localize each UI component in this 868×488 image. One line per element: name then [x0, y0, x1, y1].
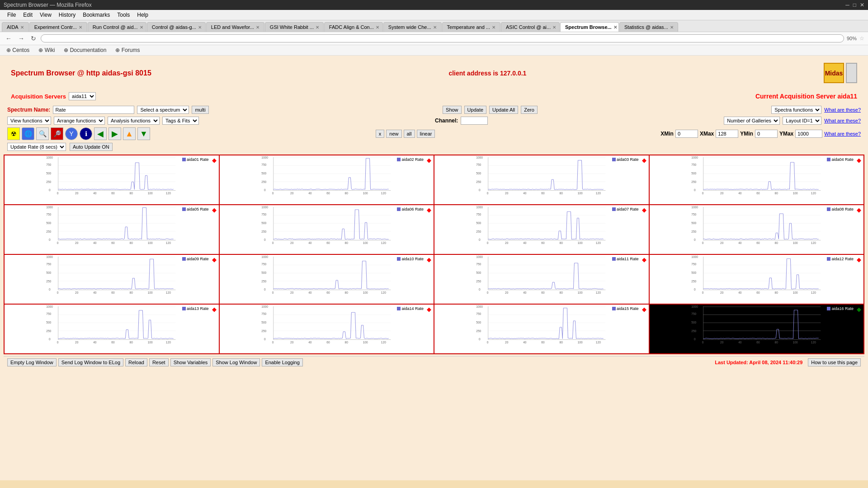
chart-cell-2[interactable]: aida02 Rate ◆ 1000 750 500 250 0 0204060… — [219, 155, 434, 205]
tab-run-control[interactable]: Run Control @ aid...✕ — [88, 22, 146, 32]
chart-cell-13[interactable]: aida13 Rate ◆ 1000 750 500 250 0 0204060… — [4, 304, 219, 354]
tab-system[interactable]: System wide Che...✕ — [383, 22, 442, 32]
number-of-galleries-select[interactable]: Number of Galleries — [724, 117, 780, 125]
menu-view[interactable]: View — [36, 11, 55, 19]
update-rate-select[interactable]: Update Rate (8 secs) — [7, 143, 66, 151]
select-spectrum-dropdown[interactable]: Select a spectrum — [137, 106, 189, 114]
chart-cell-11[interactable]: aida11 Rate ◆ 1000 750 500 250 0 0204060… — [434, 254, 649, 304]
tags-fits-select[interactable]: Tags & Fits — [162, 117, 199, 125]
right-arrow-btn[interactable]: ▶ — [108, 127, 121, 140]
chart-cell-14[interactable]: aida14 Rate ◆ 1000 750 500 250 0 0204060… — [219, 304, 434, 354]
chart-cell-5[interactable]: aida05 Rate ◆ 1000 750 500 250 0 0204060… — [4, 205, 219, 254]
xmax-input[interactable]: 128 — [716, 130, 738, 138]
menu-file[interactable]: File — [4, 11, 19, 19]
bookmark-star[interactable]: ☆ — [859, 35, 864, 42]
reload-button[interactable]: Reload — [125, 358, 147, 366]
info-icon-btn[interactable]: ℹ — [80, 127, 92, 140]
chart-cell-3[interactable]: aida03 Rate ◆ 1000 750 500 250 0 0204060… — [434, 155, 649, 205]
analysis-functions-select[interactable]: Analysis functions — [108, 117, 160, 125]
chart-cell-15[interactable]: aida15 Rate ◆ 1000 750 500 250 0 0204060… — [434, 304, 649, 354]
show-variables-button[interactable]: Show Variables — [170, 358, 211, 366]
chart-diamond-9: ◆ — [212, 256, 217, 263]
menu-edit[interactable]: Edit — [19, 11, 36, 19]
svg-text:20: 20 — [720, 291, 724, 294]
tab-control[interactable]: Control @ aidas-g...✕ — [147, 22, 206, 32]
reload-button[interactable]: ↻ — [29, 34, 38, 43]
how-to-use-button[interactable]: How to use this page — [808, 358, 861, 366]
send-log-button[interactable]: Send Log Window to ELog — [58, 358, 123, 366]
multi-button[interactable]: multi — [192, 106, 208, 114]
chart-cell-10[interactable]: aida10 Rate ◆ 1000 750 500 250 0 0204060… — [219, 254, 434, 304]
spectrum-name-input[interactable]: Rate — [53, 106, 134, 114]
chart-cell-9[interactable]: aida09 Rate ◆ 1000 750 500 250 0 0204060… — [4, 254, 219, 304]
arrange-functions-select[interactable]: Arrange functions — [54, 117, 105, 125]
chart-cell-1[interactable]: aida01 Rate ◆ 1000 750 500 250 0 0204060… — [4, 155, 219, 205]
svg-text:0: 0 — [49, 338, 51, 341]
zero-button[interactable]: Zero — [521, 106, 538, 114]
menu-bookmarks[interactable]: Bookmarks — [79, 11, 113, 19]
chart-cell-8[interactable]: aida08 Rate ◆ 1000 750 500 250 0 0204060… — [649, 205, 864, 254]
what-are-these-1[interactable]: What are these? — [824, 107, 861, 113]
close-btn[interactable]: ✕ — [860, 2, 864, 8]
channel-input[interactable] — [461, 117, 488, 125]
ymax-input[interactable]: 1000 — [795, 130, 822, 138]
minimize-btn[interactable]: ─ — [845, 2, 849, 8]
tab-aida[interactable]: AIDA✕ — [2, 22, 29, 32]
down-arrow-btn[interactable]: ▼ — [137, 127, 150, 140]
svg-text:750: 750 — [46, 163, 51, 166]
auto-update-button[interactable]: Auto Update ON — [70, 143, 113, 151]
what-are-these-2[interactable]: What are these? — [824, 118, 861, 123]
radiation-icon-btn[interactable]: ☢ — [7, 127, 20, 140]
all-button[interactable]: all — [404, 130, 415, 138]
up-arrow-btn[interactable]: ▲ — [123, 127, 136, 140]
acquisition-server-select[interactable]: aida11 — [69, 92, 96, 100]
chart-cell-7[interactable]: aida07 Rate ◆ 1000 750 500 250 0 0204060… — [434, 205, 649, 254]
chart-label-16: aida16 Rate — [827, 306, 854, 311]
bookmark-wiki[interactable]: ⊕ Wiki — [36, 46, 57, 54]
linear-button[interactable]: linear — [417, 130, 435, 138]
tab-fadc[interactable]: FADC Align & Con...✕ — [324, 22, 383, 32]
maximize-btn[interactable]: □ — [853, 2, 856, 8]
xmin-input[interactable]: 0 — [675, 130, 698, 138]
tab-spectrum[interactable]: Spectrum Browse...✕ — [560, 22, 619, 32]
ymin-input[interactable]: 0 — [755, 130, 778, 138]
forward-button[interactable]: → — [16, 34, 26, 43]
what-are-these-3[interactable]: What are these? — [824, 131, 861, 136]
tab-experiment[interactable]: Experiment Contr...✕ — [29, 22, 87, 32]
layout-id-select[interactable]: Layout ID=1 — [783, 117, 821, 125]
bookmark-forums[interactable]: ⊕ Forums — [113, 46, 142, 54]
spectra-functions-select[interactable]: Spectra functions — [771, 106, 821, 114]
x-button[interactable]: x — [376, 130, 385, 138]
update-button[interactable]: Update — [464, 106, 486, 114]
bookmark-docs[interactable]: ⊕ Documentation — [61, 46, 109, 54]
zoom-in-icon-btn[interactable]: 🔍 — [36, 127, 49, 140]
chart-cell-12[interactable]: aida12 Rate ◆ 1000 750 500 250 0 0204060… — [649, 254, 864, 304]
chart-cell-6[interactable]: aida06 Rate ◆ 1000 750 500 250 0 0204060… — [219, 205, 434, 254]
chart-inner-14: aida14 Rate ◆ 1000 750 500 250 0 0204060… — [221, 305, 433, 353]
empty-log-button[interactable]: Empty Log Window — [7, 358, 57, 366]
chart-cell-16[interactable]: aida16 Rate ◆ 1000 750 500 250 0 0204060… — [649, 304, 864, 354]
tab-asic[interactable]: ASIC Control @ ai...✕ — [501, 22, 560, 32]
show-log-button[interactable]: Show Log Window — [212, 358, 260, 366]
view-functions-select[interactable]: View functions — [7, 117, 51, 125]
new-button[interactable]: new — [386, 130, 401, 138]
tab-gsi[interactable]: GSI White Rabbit ...✕ — [265, 22, 324, 32]
menu-history[interactable]: History — [55, 11, 79, 19]
enable-logging-button[interactable]: Enable Logging — [262, 358, 302, 366]
zoom-out-icon-btn[interactable]: 🔎 — [51, 127, 63, 140]
bookmark-centos[interactable]: ⊕ Centos — [4, 46, 32, 54]
y-button[interactable]: Y — [65, 127, 78, 140]
tab-statistics[interactable]: Statistics @ aidas...✕ — [619, 22, 678, 32]
left-arrow-btn[interactable]: ◀ — [94, 127, 107, 140]
menu-tools[interactable]: Tools — [113, 11, 133, 19]
back-button[interactable]: ← — [4, 34, 14, 43]
address-input[interactable]: localhost:8015/Spectrum/Spectrum.tml — [41, 34, 844, 42]
menu-help[interactable]: Help — [133, 11, 152, 19]
reset-button[interactable]: Reset — [149, 358, 169, 366]
globe-icon-btn[interactable]: 🌐 — [22, 127, 34, 140]
tab-led[interactable]: LED and Wavefor...✕ — [206, 22, 264, 32]
update-all-button[interactable]: Update All — [489, 106, 518, 114]
tab-temp[interactable]: Temperature and ...✕ — [442, 22, 500, 32]
show-button[interactable]: Show — [443, 106, 462, 114]
chart-cell-4[interactable]: aida04 Rate ◆ 1000 750 500 250 0 0204060… — [649, 155, 864, 205]
